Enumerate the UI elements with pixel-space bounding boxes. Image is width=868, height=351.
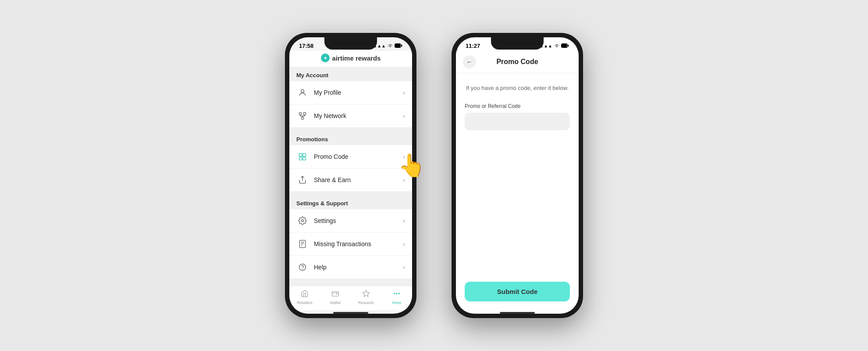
back-arrow-icon: ← — [466, 58, 473, 65]
arrow-icon: › — [403, 112, 405, 119]
promo-subtitle: If you have a promo code, enter it below… — [465, 84, 570, 93]
menu-item-promo-code[interactable]: Promo Code › — [289, 145, 412, 168]
section-my-account: My Account — [289, 67, 412, 81]
share-earn-label: Share & Earn — [314, 176, 403, 183]
svg-point-12 — [302, 220, 304, 222]
help-label: Help — [314, 264, 403, 271]
nav-retailers[interactable]: Retailers — [289, 290, 320, 305]
notch — [324, 37, 377, 50]
menu-item-missing-transactions[interactable]: Missing Transactions › — [289, 233, 412, 256]
svg-point-3 — [301, 90, 304, 93]
back-header: ← Promo Code — [456, 51, 579, 73]
promo-input[interactable] — [465, 113, 570, 130]
arrow-icon: › — [403, 217, 405, 224]
nav-more[interactable]: More — [381, 290, 412, 305]
app-logo: ✦ airtime rewards — [321, 54, 381, 62]
wifi-icon-2 — [554, 43, 559, 49]
svg-rect-5 — [304, 113, 306, 115]
arrow-icon: › — [403, 264, 405, 271]
retailers-icon — [301, 290, 309, 300]
svg-rect-6 — [302, 117, 304, 119]
svg-marker-24 — [363, 290, 370, 297]
settings-label: Settings — [314, 217, 403, 224]
help-icon — [296, 261, 309, 273]
gear-icon — [296, 215, 309, 227]
bottom-nav: Retailers Wallet Rewards More — [289, 286, 412, 310]
svg-rect-10 — [303, 157, 306, 160]
logo-icon: ✦ — [321, 54, 330, 62]
more-icon — [393, 290, 401, 300]
svg-point-27 — [398, 293, 399, 294]
more-label: More — [392, 301, 402, 305]
wifi-icon — [388, 43, 393, 49]
time-display-2: 11:27 — [466, 43, 480, 49]
rewards-label: Rewards — [358, 301, 374, 305]
back-button[interactable]: ← — [463, 55, 476, 68]
wallet-icon — [331, 290, 339, 300]
section-settings: Settings & Support — [289, 195, 412, 209]
promo-field-label: Promo or Referral Code — [465, 103, 570, 109]
app-header: ✦ airtime rewards — [289, 51, 412, 67]
missing-transactions-label: Missing Transactions — [314, 240, 403, 247]
promo-code-label: Promo Code — [314, 153, 403, 160]
settings-group: Settings › Missing Transactions › Help › — [289, 209, 412, 279]
time-display: 17:58 — [299, 43, 313, 49]
svg-rect-8 — [303, 154, 306, 157]
status-icons-2: ▲▲▲ — [539, 43, 569, 49]
my-account-group: My Profile › My Network › — [289, 81, 412, 127]
battery-icon-2 — [561, 43, 569, 49]
svg-point-26 — [396, 293, 397, 294]
menu-scroll: My Account My Profile › My Network › — [289, 67, 412, 286]
network-icon — [296, 110, 309, 122]
app-title: airtime rewards — [332, 54, 381, 62]
svg-rect-4 — [299, 113, 302, 115]
svg-rect-7 — [299, 154, 302, 157]
my-profile-label: My Profile — [314, 89, 403, 96]
retailers-label: Retailers — [297, 301, 313, 305]
rewards-icon — [362, 290, 370, 300]
svg-point-17 — [299, 264, 306, 271]
menu-item-help[interactable]: Help › — [289, 256, 412, 279]
svg-rect-30 — [568, 45, 569, 47]
svg-rect-23 — [332, 292, 339, 297]
svg-rect-13 — [299, 240, 305, 248]
menu-item-my-profile[interactable]: My Profile › — [289, 81, 412, 104]
menu-item-settings[interactable]: Settings › — [289, 209, 412, 233]
section-about: About — [289, 282, 412, 286]
arrow-icon: › — [403, 89, 405, 96]
status-icons: ▲▲▲ — [373, 43, 402, 49]
phone-2: 11:27 ▲▲▲ ← Promo Code If you have a pro… — [452, 33, 583, 318]
nav-rewards[interactable]: Rewards — [351, 290, 381, 305]
phone-1: 17:58 ▲▲▲ ✦ airtime rewards My Account — [285, 33, 416, 318]
menu-item-share-earn[interactable]: Share & Earn › — [289, 168, 412, 191]
svg-rect-9 — [299, 157, 302, 160]
battery-icon — [395, 43, 402, 49]
arrow-icon: › — [403, 176, 405, 183]
menu-item-my-network[interactable]: My Network › — [289, 104, 412, 127]
user-icon — [296, 86, 309, 99]
home-indicator-2 — [500, 312, 535, 314]
promo-icon — [296, 150, 309, 163]
wallet-label: Wallet — [330, 301, 341, 305]
section-promotions: Promotions — [289, 131, 412, 145]
promo-content: If you have a promo code, enter it below… — [456, 73, 579, 275]
arrow-icon: › — [403, 240, 405, 247]
promotions-group: Promo Code › Share & Earn › — [289, 145, 412, 191]
arrow-icon: › — [403, 153, 405, 160]
submit-code-button[interactable]: Submit Code — [465, 282, 570, 301]
svg-rect-2 — [401, 45, 402, 47]
receipt-icon — [296, 238, 309, 250]
notch-2 — [491, 37, 544, 50]
share-icon — [296, 174, 309, 186]
promo-code-title: Promo Code — [496, 58, 538, 66]
home-indicator — [333, 312, 368, 314]
my-network-label: My Network — [314, 112, 403, 119]
svg-point-25 — [394, 293, 395, 294]
nav-wallet[interactable]: Wallet — [320, 290, 351, 305]
svg-rect-1 — [395, 44, 400, 47]
svg-rect-29 — [562, 44, 567, 47]
